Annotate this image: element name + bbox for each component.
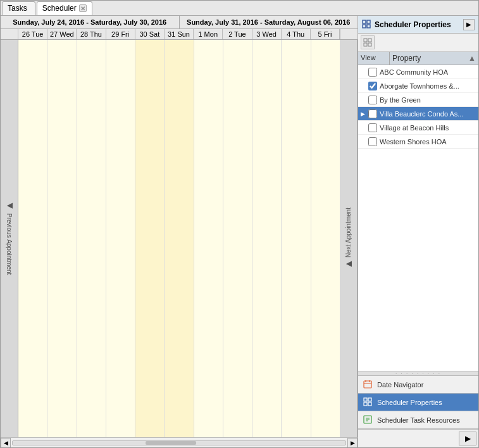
panel-tool-button-1[interactable] [361, 35, 375, 49]
svg-rect-3 [367, 25, 370, 28]
scroll-left-button[interactable]: ◀ [1, 438, 11, 448]
prev-appointment-label: Previous Appointment [6, 213, 13, 275]
panel-divider[interactable]: · · · · · · · · · [358, 371, 478, 376]
panel-expand-button[interactable]: ▶ [463, 19, 475, 30]
day-col-3 [77, 40, 106, 437]
panel-title: Scheduler Properties [375, 20, 463, 29]
bottom-panel: Date Navigator Scheduler Properties [358, 376, 478, 429]
prop-row-aborgate[interactable]: Aborgate Townhomes &... [358, 79, 478, 93]
bottom-right-arrow-icon: ▶ [465, 434, 471, 443]
svg-rect-6 [364, 43, 367, 46]
day-columns-grid [18, 40, 340, 437]
scroll-track[interactable] [12, 440, 346, 445]
scroll-right-button[interactable]: ▶ [347, 438, 358, 448]
bottom-item-task-resources[interactable]: Scheduler Task Resources [358, 411, 478, 429]
prop-checkbox-bythegreen[interactable] [368, 96, 377, 104]
calendar-body: ▶ Previous Appointment [1, 40, 358, 437]
svg-rect-13 [368, 398, 371, 401]
bottom-right-expand-button[interactable]: ▶ [459, 432, 476, 445]
svg-rect-5 [368, 39, 371, 42]
next-appointment-button[interactable]: ▶ Next Appointment [340, 40, 358, 437]
right-panel: Scheduler Properties ▶ View P [358, 16, 478, 447]
prop-expand-abc [361, 69, 367, 75]
tab-close-icon[interactable]: ✕ [79, 4, 87, 12]
task-resources-icon [363, 415, 373, 425]
prop-expand-western [361, 139, 367, 145]
task-resources-label: Scheduler Task Resources [377, 416, 473, 424]
day-col-8-header: 2 Tue [223, 29, 252, 39]
calendar-icon [363, 380, 373, 390]
sort-arrow-icon: ▲ [468, 54, 476, 63]
prop-name-aborgate: Aborgate Townhomes &... [380, 82, 476, 90]
scheduler-properties-icon [363, 397, 373, 408]
day-header: 26 Tue 27 Wed 28 Thu 29 Fri 30 Sat 31 Su… [1, 29, 358, 40]
day-col-4 [106, 40, 135, 437]
svg-rect-4 [364, 39, 367, 42]
tab-scheduler[interactable]: Scheduler ✕ [37, 1, 92, 15]
svg-rect-8 [364, 381, 371, 388]
day-col-6-header: 31 Sun [165, 29, 194, 39]
day-col-7 [194, 40, 223, 437]
svg-rect-12 [364, 398, 367, 401]
panel-header: Scheduler Properties ▶ [358, 16, 478, 34]
prop-row-villa[interactable]: ▶ Villa Beauclerc Condo As... [358, 107, 478, 121]
svg-rect-0 [363, 20, 366, 23]
next-appointment-label: Next Appointment [345, 208, 352, 258]
prop-row-western[interactable]: Western Shores HOA [358, 135, 478, 149]
svg-rect-2 [363, 25, 366, 28]
main-content: Sunday, July 24, 2016 - Saturday, July 3… [1, 16, 478, 447]
panel-toolbar [358, 34, 478, 52]
day-col-2 [47, 40, 77, 437]
svg-rect-7 [368, 43, 371, 46]
prop-row-abc[interactable]: ABC Community HOA [358, 65, 478, 79]
day-col-10-header: 4 Thu [282, 29, 311, 39]
day-col-11 [311, 40, 340, 437]
prop-checkbox-western[interactable] [368, 137, 377, 146]
date-header: Sunday, July 24, 2016 - Saturday, July 3… [1, 16, 358, 29]
property-list: ABC Community HOA Aborgate Townhomes &..… [358, 65, 478, 371]
tab-scheduler-label: Scheduler [42, 4, 77, 13]
prop-checkbox-villa[interactable] [368, 109, 377, 118]
tab-tasks[interactable]: Tasks [2, 1, 35, 15]
prop-expand-aborgate [361, 83, 367, 89]
prev-chevron-icon: ▶ [5, 202, 14, 211]
tab-tasks-label: Tasks [8, 4, 27, 13]
date-range-1: Sunday, July 24, 2016 - Saturday, July 3… [1, 16, 180, 28]
tab-bar: Tasks Scheduler ✕ [1, 1, 478, 16]
prop-name-western: Western Shores HOA [380, 138, 476, 146]
bottom-item-date-navigator[interactable]: Date Navigator [358, 376, 478, 394]
next-chevron-icon: ▶ [344, 260, 353, 269]
day-col-2-header: 27 Wed [47, 29, 77, 39]
day-col-6 [165, 40, 194, 437]
prop-row-village[interactable]: Village at Beacon Hills [358, 121, 478, 135]
day-col-8 [223, 40, 252, 437]
scroll-thumb[interactable] [146, 441, 196, 445]
prev-appointment-button[interactable]: ▶ Previous Appointment [1, 40, 18, 437]
prop-name-abc: ABC Community HOA [380, 68, 476, 76]
date-navigator-label: Date Navigator [377, 381, 473, 389]
day-col-1 [18, 40, 47, 437]
day-col-1-header: 26 Tue [18, 29, 47, 39]
day-col-5 [135, 40, 165, 437]
prop-view-col-header[interactable]: View [358, 52, 390, 65]
prop-checkbox-village[interactable] [368, 123, 377, 132]
bottom-item-scheduler-properties[interactable]: Scheduler Properties [358, 394, 478, 411]
svg-rect-15 [368, 402, 371, 406]
day-col-3-header: 28 Thu [77, 29, 106, 39]
scheduler-area: Sunday, July 24, 2016 - Saturday, July 3… [1, 16, 358, 447]
prop-list-header: View Property ▲ [358, 52, 478, 65]
app-container: Tasks Scheduler ✕ Sunday, July 24, 2016 … [0, 0, 479, 448]
day-col-5-header: 30 Sat [135, 29, 165, 39]
day-col-9 [252, 40, 282, 437]
prop-checkbox-aborgate[interactable] [368, 82, 377, 90]
prop-name-villa: Villa Beauclerc Condo As... [380, 110, 476, 118]
day-col-11-header: 5 Fri [311, 29, 340, 39]
prop-row-bythegreen[interactable]: By the Green [358, 93, 478, 107]
date-range-2: Sunday, July 31, 2016 - Saturday, August… [180, 16, 358, 28]
prop-property-col-header[interactable]: Property ▲ [390, 52, 478, 65]
horizontal-scrollbar: ◀ ▶ [1, 437, 358, 447]
svg-rect-1 [367, 20, 370, 23]
prop-property-label: Property [392, 54, 421, 63]
prop-checkbox-abc[interactable] [368, 68, 377, 77]
day-col-4-header: 29 Fri [106, 29, 135, 39]
